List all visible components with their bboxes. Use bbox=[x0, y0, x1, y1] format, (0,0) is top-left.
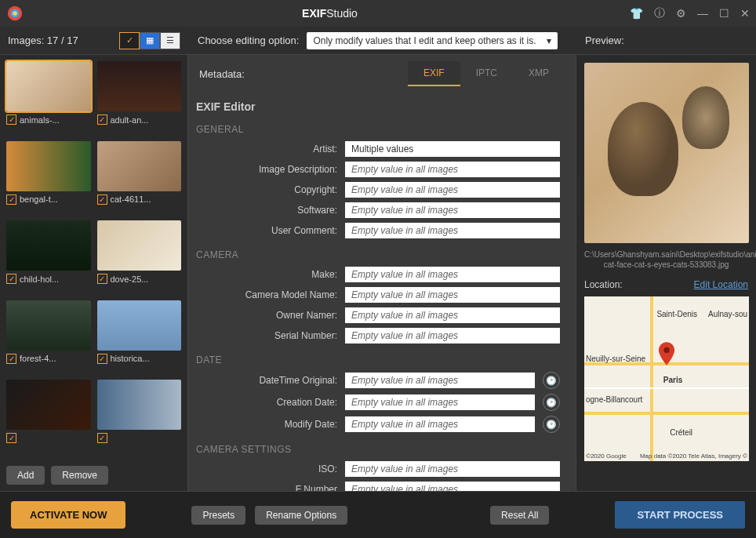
maximize-icon[interactable]: ☐ bbox=[719, 7, 729, 20]
field-input[interactable] bbox=[345, 162, 560, 177]
shirt-icon[interactable]: 👕 bbox=[630, 7, 643, 20]
view-check-button[interactable]: ✓ bbox=[119, 32, 140, 49]
field-row: Make: bbox=[196, 267, 560, 282]
thumbnail[interactable]: ✓child-hol... bbox=[6, 220, 91, 294]
edit-location-link[interactable]: Edit Location bbox=[694, 279, 748, 290]
metadata-label: Metadata: bbox=[199, 68, 392, 80]
field-input[interactable] bbox=[345, 394, 535, 410]
thumbnail[interactable]: ✓cat-4611... bbox=[97, 141, 182, 215]
field-input[interactable] bbox=[345, 267, 560, 282]
thumbnail[interactable]: ✓ bbox=[97, 380, 182, 453]
field-label: Modify Date: bbox=[196, 419, 337, 430]
add-button[interactable]: Add bbox=[6, 466, 45, 485]
field-label: Artist: bbox=[196, 144, 337, 154]
svg-point-3 bbox=[663, 347, 669, 353]
thumbnail[interactable]: ✓adult-an... bbox=[97, 61, 182, 135]
field-label: Make: bbox=[196, 269, 337, 280]
field-label: Creation Date: bbox=[196, 397, 337, 408]
rename-options-button[interactable]: Rename Options bbox=[255, 506, 347, 525]
thumbnail[interactable]: ✓historica... bbox=[97, 300, 182, 374]
editor-title: EXIF Editor bbox=[196, 100, 560, 113]
section-title: CAMERA bbox=[196, 249, 560, 260]
field-row: Camera Model Name: bbox=[196, 287, 560, 303]
field-row: F Number bbox=[196, 482, 560, 491]
field-input[interactable] bbox=[345, 223, 560, 238]
choose-option-select[interactable]: Only modify values that I edit and keep … bbox=[307, 32, 558, 49]
field-label: Owner Namer: bbox=[196, 310, 337, 321]
checkbox-icon[interactable]: ✓ bbox=[6, 433, 16, 443]
gear-icon[interactable]: ⚙ bbox=[676, 7, 686, 20]
images-count: Images: 17 / 17 bbox=[8, 35, 113, 46]
checkbox-icon[interactable]: ✓ bbox=[97, 115, 107, 125]
field-input[interactable] bbox=[345, 416, 535, 432]
field-row: Creation Date:🕑 bbox=[196, 394, 560, 411]
map-pin-icon bbox=[658, 342, 675, 365]
activate-button[interactable]: ACTIVATE NOW bbox=[11, 501, 125, 529]
field-row: Image Description: bbox=[196, 162, 560, 177]
reset-all-button[interactable]: Reset All bbox=[490, 506, 549, 525]
checkbox-icon[interactable]: ✓ bbox=[97, 354, 107, 364]
checkbox-icon[interactable]: ✓ bbox=[97, 274, 107, 284]
metadata-tabs: EXIFIPTCXMP bbox=[408, 61, 565, 86]
field-input[interactable] bbox=[345, 182, 560, 198]
exif-editor: EXIF Editor GENERALArtist:Image Descript… bbox=[188, 86, 576, 491]
thumbnail[interactable]: ✓dove-25... bbox=[97, 220, 182, 294]
tab-iptc[interactable]: IPTC bbox=[460, 61, 513, 86]
field-input[interactable] bbox=[345, 328, 560, 344]
thumbnail[interactable]: ✓bengal-t... bbox=[6, 141, 91, 215]
checkbox-icon[interactable]: ✓ bbox=[6, 115, 16, 125]
field-row: Software: bbox=[196, 202, 560, 218]
checkbox-icon[interactable]: ✓ bbox=[6, 274, 16, 284]
field-input[interactable] bbox=[345, 461, 560, 477]
field-label: DateTime Original: bbox=[196, 375, 337, 386]
field-label: Software: bbox=[196, 205, 337, 216]
field-row: Owner Namer: bbox=[196, 307, 560, 323]
app-logo bbox=[6, 5, 24, 22]
field-input[interactable] bbox=[345, 202, 560, 218]
close-icon[interactable]: ✕ bbox=[740, 7, 750, 20]
thumbnail[interactable]: ✓ bbox=[6, 380, 91, 453]
thumbnail[interactable]: ✓animals-... bbox=[6, 61, 91, 135]
field-row: Modify Date:🕑 bbox=[196, 416, 560, 433]
clock-icon[interactable]: 🕑 bbox=[543, 372, 560, 389]
remove-button[interactable]: Remove bbox=[51, 466, 108, 485]
field-input[interactable] bbox=[345, 373, 535, 388]
field-row: Serial Number: bbox=[196, 328, 560, 344]
checkbox-icon[interactable]: ✓ bbox=[97, 194, 107, 205]
thumbnail-grid: ✓animals-...✓adult-an...✓bengal-t...✓cat… bbox=[0, 55, 187, 460]
field-input[interactable] bbox=[345, 482, 560, 491]
field-label: ISO: bbox=[196, 463, 337, 474]
field-row: Copyright: bbox=[196, 182, 560, 198]
presets-button[interactable]: Presets bbox=[191, 506, 245, 525]
start-process-button[interactable]: START PROCESS bbox=[615, 501, 745, 529]
choose-option-label: Choose editing option: bbox=[198, 35, 299, 46]
field-row: DateTime Original:🕑 bbox=[196, 372, 560, 389]
field-row: ISO: bbox=[196, 461, 560, 477]
field-input[interactable] bbox=[345, 287, 560, 303]
field-label: Image Description: bbox=[196, 164, 337, 175]
field-input[interactable] bbox=[345, 141, 560, 157]
clock-icon[interactable]: 🕑 bbox=[543, 394, 560, 411]
location-map[interactable]: Paris Saint-Denis Aulnay-sou Neuilly-sur… bbox=[584, 296, 749, 461]
view-grid-button[interactable]: ▦ bbox=[140, 32, 160, 49]
preview-path: C:\Users\Ghanshyam.saini\Desktop\exifstu… bbox=[584, 249, 748, 270]
info-icon[interactable]: ⓘ bbox=[654, 6, 665, 20]
checkbox-icon[interactable]: ✓ bbox=[97, 433, 107, 443]
svg-point-2 bbox=[13, 11, 17, 16]
clock-icon[interactable]: 🕑 bbox=[543, 416, 560, 433]
field-label: Camera Model Name: bbox=[196, 289, 337, 300]
tab-exif[interactable]: EXIF bbox=[408, 61, 460, 86]
field-row: Artist: bbox=[196, 141, 560, 157]
checkbox-icon[interactable]: ✓ bbox=[6, 354, 16, 364]
thumbnail[interactable]: ✓forest-4... bbox=[6, 300, 91, 374]
tab-xmp[interactable]: XMP bbox=[513, 61, 565, 86]
section-title: GENERAL bbox=[196, 124, 560, 135]
field-label: Copyright: bbox=[196, 184, 337, 195]
field-label: User Comment: bbox=[196, 225, 337, 236]
minimize-icon[interactable]: — bbox=[697, 7, 708, 20]
chevron-down-icon: ▾ bbox=[547, 35, 551, 46]
view-list-button[interactable]: ☰ bbox=[160, 32, 180, 49]
checkbox-icon[interactable]: ✓ bbox=[6, 194, 16, 205]
field-input[interactable] bbox=[345, 307, 560, 323]
section-title: CAMERA SETTINGS bbox=[196, 444, 560, 455]
